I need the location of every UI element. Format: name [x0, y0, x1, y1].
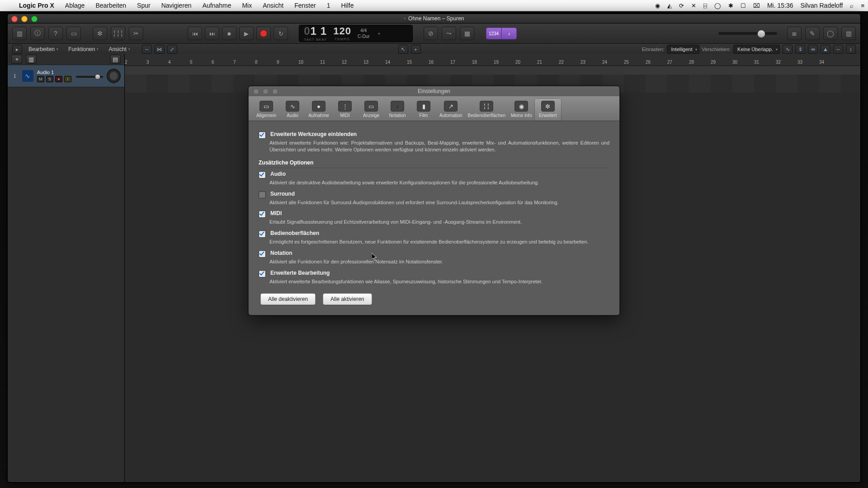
command-click-tool[interactable]: ＋: [411, 45, 421, 54]
zoom-v-slider[interactable]: ↕: [846, 45, 856, 54]
checkbox-bedienoberflächen[interactable]: [259, 230, 266, 238]
local-menu-functions[interactable]: Funktionen▾: [65, 46, 102, 52]
forward-button[interactable]: ⏭: [205, 27, 219, 40]
play-button[interactable]: ▶: [239, 27, 254, 40]
track-icon[interactable]: ∿: [22, 70, 33, 82]
checkbox-label[interactable]: Erweiterte Bearbeitung: [270, 270, 330, 276]
preferences-tabbar[interactable]: ▭Allgemein∿Audio●Aufnahme⋮MIDI▭Anzeige♪N…: [249, 96, 619, 121]
traffic-lights[interactable]: [11, 16, 38, 22]
menu-record[interactable]: Aufnahme: [197, 2, 237, 9]
checkbox-label[interactable]: MIDI: [270, 210, 282, 216]
pref-tab-midi[interactable]: ⋮MIDI: [332, 99, 358, 121]
local-menu-edit[interactable]: Bearbeiten▾: [25, 46, 62, 52]
automation-button[interactable]: ⤢: [167, 45, 177, 54]
duplicate-track-button[interactable]: ▥: [26, 55, 37, 64]
pref-tab-bedienoberflächen[interactable]: ╎╎Bedienoberflächen: [465, 99, 508, 121]
lcd-key[interactable]: C-Dur: [358, 34, 370, 39]
master-volume-slider[interactable]: [718, 32, 777, 35]
zoom-icon[interactable]: [272, 89, 278, 94]
close-icon[interactable]: [253, 89, 259, 94]
library-button[interactable]: ▥: [12, 27, 27, 40]
waveform-zoom-icon[interactable]: ∿: [783, 45, 793, 54]
bar-ruler[interactable]: 2345678910111213141516171819202122232425…: [125, 54, 860, 66]
count-in-value[interactable]: 1234: [486, 28, 501, 39]
lcd-timesig[interactable]: 4/4: [360, 28, 367, 33]
editors-button[interactable]: ✂: [129, 27, 143, 40]
horizontal-autozoom-icon[interactable]: ⇔: [808, 45, 818, 54]
status-icon[interactable]: ⟳: [675, 2, 688, 9]
checkbox-midi[interactable]: [259, 211, 266, 218]
snap-dropdown[interactable]: Intelligent: [667, 45, 699, 54]
status-icon[interactable]: ◭: [664, 2, 675, 9]
metronome-button[interactable]: ♪: [501, 28, 517, 39]
close-icon[interactable]: [11, 16, 18, 22]
status-icon[interactable]: ✱: [725, 2, 737, 9]
pref-tab-notation[interactable]: ♪Notation: [384, 99, 410, 121]
menu-help[interactable]: Hilfe: [335, 2, 359, 9]
record-button[interactable]: [256, 27, 271, 40]
menu-window[interactable]: Fenster: [289, 2, 321, 9]
left-click-tool[interactable]: ↖: [398, 45, 408, 54]
pref-tab-erweitert[interactable]: ✼Erweitert: [535, 99, 561, 121]
checkbox-label[interactable]: Notation: [270, 250, 292, 256]
add-track-button[interactable]: ＋: [11, 55, 22, 64]
notepad-button[interactable]: ✎: [805, 27, 820, 40]
tool-pointer-icon[interactable]: ▸: [12, 45, 22, 54]
pref-tab-meine info[interactable]: ◉Meine Info: [508, 99, 535, 121]
checkbox-audio[interactable]: [259, 171, 266, 178]
checkbox-erweiterte-bearbeitung[interactable]: [259, 270, 266, 277]
spotlight-icon[interactable]: ⌕: [846, 2, 857, 9]
menu-edit[interactable]: Bearbeiten: [90, 2, 132, 9]
mixer-button[interactable]: ╎╎╎: [111, 27, 125, 40]
status-icon[interactable]: ✕: [688, 2, 700, 9]
menu-screenset[interactable]: 1: [321, 2, 336, 9]
cycle-button[interactable]: ↻: [274, 27, 288, 40]
menu-navigate[interactable]: Navigieren: [156, 2, 197, 9]
checkbox-label[interactable]: Surround: [270, 191, 295, 197]
disable-all-button[interactable]: Alle deaktivieren: [260, 293, 316, 305]
lcd-display[interactable]: 01 1 TAKT BEAT 120 TEMPO 4/4 C-Dur ▾: [299, 25, 413, 42]
status-icon[interactable]: ☐: [737, 2, 750, 9]
status-icon[interactable]: ◯: [711, 2, 725, 9]
window-titlebar[interactable]: ▫ Ohne Namen – Spuren: [8, 14, 860, 23]
pref-tab-film[interactable]: ▮Film: [410, 99, 437, 121]
autozoom-button[interactable]: ↔: [142, 45, 152, 54]
toolbar-button[interactable]: ▭: [66, 27, 81, 40]
menu-track[interactable]: Spur: [132, 2, 156, 9]
notification-center-icon[interactable]: ≡: [857, 2, 868, 9]
checkbox-label[interactable]: Erweiterte Werkzeuge einblenden: [270, 131, 357, 137]
track-name[interactable]: Audio 1: [37, 70, 103, 75]
checkbox-label[interactable]: Bedienoberflächen: [270, 230, 319, 236]
vertical-autozoom-icon[interactable]: ⇕: [795, 45, 805, 54]
zoom-icon[interactable]: [31, 16, 38, 22]
quickhelp-button[interactable]: ?: [48, 27, 63, 40]
tuner-button[interactable]: ▦: [460, 27, 474, 40]
zoom-h-slider[interactable]: ↔: [833, 45, 843, 54]
flex-button[interactable]: ⋈: [155, 45, 165, 54]
list-editors-button[interactable]: ≣: [787, 27, 802, 40]
preferences-titlebar[interactable]: Einstellungen: [249, 86, 619, 96]
lcd-mode-selector[interactable]: ▾: [376, 27, 382, 40]
loop-browser-button[interactable]: ◯: [823, 27, 838, 40]
pref-tab-allgemein[interactable]: ▭Allgemein: [253, 99, 279, 121]
replace-button[interactable]: ⊘: [424, 27, 438, 40]
checkbox-notation[interactable]: [259, 250, 266, 258]
lcd-tempo[interactable]: 120: [333, 25, 351, 37]
status-icon[interactable]: ⌧: [750, 2, 764, 9]
drag-dropdown[interactable]: Keine Überlapp.: [733, 45, 780, 54]
app-menu[interactable]: Logic Pro X: [14, 2, 60, 9]
count-in-segment[interactable]: 1234 ♪: [486, 28, 517, 39]
record-enable-button[interactable]: ●: [55, 76, 62, 82]
menu-file[interactable]: Ablage: [60, 2, 90, 9]
menu-mix[interactable]: Mix: [236, 2, 257, 9]
inspector-button[interactable]: ⓘ: [30, 27, 45, 40]
rewind-button[interactable]: ⏮: [188, 27, 202, 40]
smart-controls-button[interactable]: ✼: [93, 27, 107, 40]
catch-playhead-icon[interactable]: ▲: [821, 45, 830, 54]
track-pan-knob[interactable]: [107, 69, 121, 83]
status-icon[interactable]: ⌸: [700, 2, 711, 9]
low-latency-button[interactable]: ⤳: [442, 27, 456, 40]
media-browser-button[interactable]: ▥: [841, 27, 856, 40]
status-icon[interactable]: ◉: [651, 2, 664, 9]
input-monitor-button[interactable]: I: [64, 76, 71, 82]
